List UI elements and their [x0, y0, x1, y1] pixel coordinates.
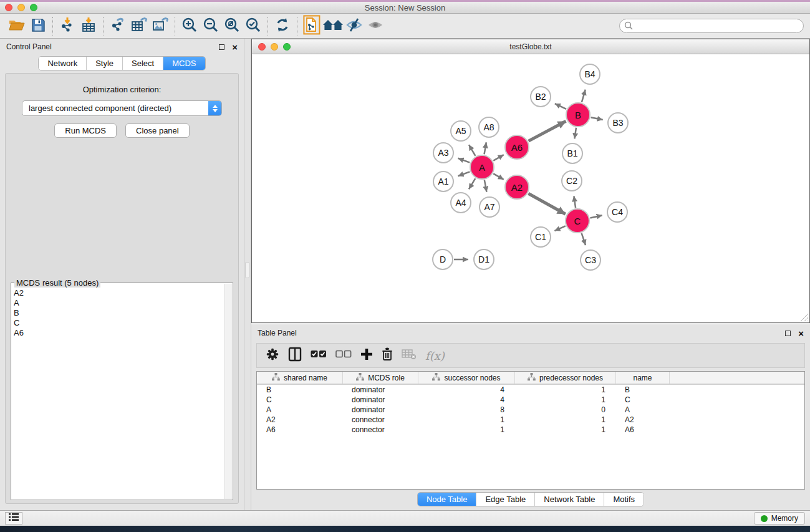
graph-node-B1[interactable]: B1 [562, 143, 583, 164]
edge-A-A4[interactable] [469, 178, 475, 189]
table-row[interactable]: Bdominator41B [257, 385, 804, 395]
edge-A-A8[interactable] [485, 142, 486, 154]
result-list-scrollbar[interactable] [224, 284, 232, 499]
panel-divider[interactable] [244, 39, 251, 510]
save-session-button[interactable] [27, 16, 49, 36]
column-header-MCDS-role[interactable]: MCDS role [342, 372, 418, 384]
table-settings-button[interactable] [266, 347, 279, 364]
edge-B-B4[interactable] [582, 90, 586, 102]
memory-button[interactable]: Memory [754, 512, 805, 525]
edge-A-A2[interactable] [493, 173, 503, 179]
close-window-button[interactable] [5, 4, 12, 11]
search-input[interactable] [619, 19, 804, 33]
column-header-predecessor-nodes[interactable]: predecessor nodes [514, 372, 615, 384]
tab-motifs[interactable]: Motifs [604, 493, 644, 506]
edge-A-A5[interactable] [469, 145, 475, 156]
close-panel-button[interactable]: Close panel [125, 123, 190, 138]
graph-node-A4[interactable]: A4 [450, 192, 471, 213]
deselect-all-button[interactable] [335, 350, 352, 361]
result-item[interactable]: B [14, 308, 224, 318]
result-item[interactable]: A6 [14, 328, 224, 338]
float-table-panel-icon[interactable] [785, 331, 791, 336]
graph-node-C1[interactable]: C1 [530, 226, 551, 248]
graph-node-A8[interactable]: A8 [478, 117, 499, 138]
optimization-criterion-dropdown[interactable]: largest connected component (directed) [22, 100, 222, 116]
graph-node-D1[interactable]: D1 [473, 249, 494, 270]
close-panel-icon[interactable]: × [232, 44, 238, 50]
tab-network[interactable]: Network [39, 57, 86, 70]
graph-node-B[interactable]: B [566, 102, 591, 127]
table-row[interactable]: Cdominator41C [257, 395, 804, 405]
edge-C-C2[interactable] [574, 196, 576, 208]
edge-A-A7[interactable] [485, 180, 487, 192]
table-row[interactable]: A2connector11A2 [257, 415, 804, 425]
graph-node-A6[interactable]: A6 [504, 135, 529, 160]
graph-node-D[interactable]: D [432, 249, 453, 270]
add-column-button[interactable] [360, 348, 373, 363]
open-session-button[interactable] [6, 16, 27, 36]
task-history-button[interactable] [5, 512, 22, 525]
result-item[interactable]: C [14, 318, 224, 328]
import-network-button[interactable] [57, 16, 78, 36]
edge-B-B2[interactable] [555, 104, 566, 109]
graph-node-A3[interactable]: A3 [433, 142, 454, 163]
select-all-button[interactable] [311, 350, 327, 361]
graph-node-C3[interactable]: C3 [580, 249, 601, 271]
zoom-window-button[interactable] [30, 4, 37, 11]
network-canvas[interactable]: B4B2BB3A5A8A6A3AB1A1A2C2A4A7C4C1CC3DD1 [252, 54, 809, 322]
graph-node-C[interactable]: C [565, 208, 590, 233]
result-item[interactable]: A [14, 298, 224, 308]
edge-C-C1[interactable] [554, 226, 565, 231]
graph-node-C2[interactable]: C2 [561, 170, 582, 191]
edge-A-A3[interactable] [458, 158, 470, 163]
network-zoom-button[interactable] [283, 43, 291, 51]
tab-mcds[interactable]: MCDS [163, 57, 205, 70]
edge-C-C4[interactable] [591, 215, 602, 218]
edge-A6-B[interactable] [529, 121, 566, 141]
edge-A-A1[interactable] [458, 172, 470, 176]
zoom-fit-button[interactable] [221, 16, 243, 36]
zoom-selected-button[interactable] [243, 16, 264, 36]
network-document-button[interactable] [301, 16, 322, 36]
graph-node-A2[interactable]: A2 [504, 175, 529, 200]
tab-select[interactable]: Select [122, 57, 163, 70]
network-close-button[interactable] [258, 43, 266, 51]
divider-handle[interactable] [245, 262, 249, 278]
edge-A-A6[interactable] [493, 155, 503, 160]
delete-table-button[interactable] [402, 349, 417, 362]
tab-style[interactable]: Style [86, 57, 122, 70]
edge-B-B3[interactable] [591, 117, 603, 120]
tab-edge-table[interactable]: Edge Table [476, 493, 534, 506]
column-header-successor-nodes[interactable]: successor nodes [418, 372, 514, 384]
eye-button[interactable] [365, 16, 386, 36]
column-header-shared-name[interactable]: shared name [257, 372, 342, 384]
eye-slash-button[interactable] [344, 16, 365, 36]
graph-node-B4[interactable]: B4 [579, 64, 600, 85]
run-mcds-button[interactable]: Run MCDS [54, 123, 117, 138]
graph-node-C4[interactable]: C4 [607, 201, 628, 223]
graph-node-A[interactable]: A [470, 155, 494, 180]
refresh-button[interactable] [272, 16, 293, 36]
tab-node-table[interactable]: Node Table [418, 493, 476, 506]
graph-node-A7[interactable]: A7 [479, 196, 500, 218]
table-row[interactable]: A6connector11A6 [257, 425, 804, 435]
edge-A2-C[interactable] [528, 193, 565, 214]
export-network-button[interactable] [107, 16, 128, 36]
tab-network-table[interactable]: Network Table [534, 493, 604, 506]
show-columns-button[interactable] [288, 347, 302, 364]
delete-column-button[interactable] [382, 347, 393, 364]
column-header-name[interactable]: name [615, 372, 669, 384]
zoom-out-button[interactable] [200, 16, 221, 36]
result-item[interactable]: A2 [14, 288, 224, 298]
edge-B-B1[interactable] [574, 128, 576, 139]
graph-node-B3[interactable]: B3 [607, 112, 629, 133]
network-minimize-button[interactable] [271, 43, 278, 51]
export-image-button[interactable] [150, 16, 171, 36]
function-builder-button[interactable]: f(x) [425, 349, 445, 362]
edge-C-C3[interactable] [582, 233, 586, 245]
import-table-button[interactable] [78, 16, 99, 36]
graph-node-A1[interactable]: A1 [433, 171, 454, 192]
table-row[interactable]: Adominator80A [257, 405, 804, 415]
graph-node-B2[interactable]: B2 [530, 86, 551, 107]
graph-node-A5[interactable]: A5 [450, 120, 471, 142]
